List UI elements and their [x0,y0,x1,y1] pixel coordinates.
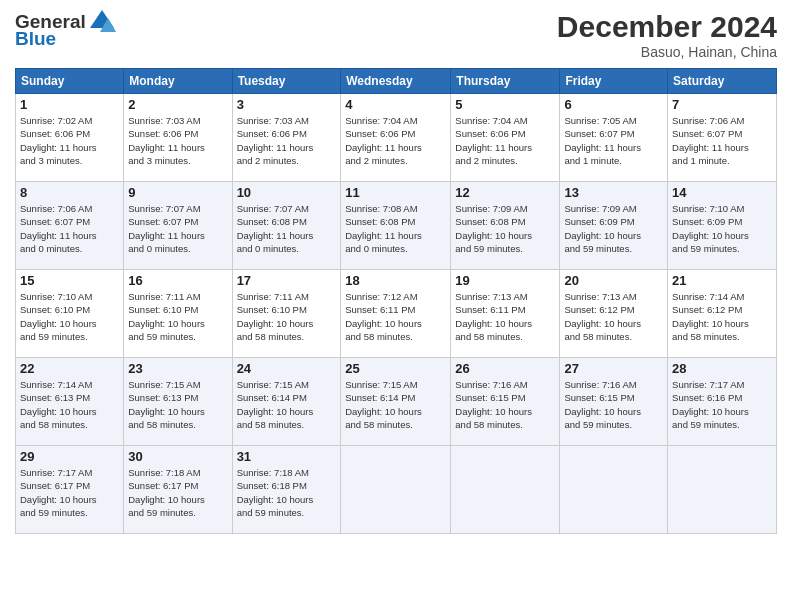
day-number: 5 [455,97,555,112]
table-row: 30Sunrise: 7:18 AMSunset: 6:17 PMDayligh… [124,446,232,534]
day-number: 15 [20,273,119,288]
table-row: 23Sunrise: 7:15 AMSunset: 6:13 PMDayligh… [124,358,232,446]
day-number: 8 [20,185,119,200]
col-sunday: Sunday [16,69,124,94]
day-info: Sunrise: 7:08 AMSunset: 6:08 PMDaylight:… [345,202,446,255]
title-block: December 2024 Basuo, Hainan, China [557,10,777,60]
calendar-table: Sunday Monday Tuesday Wednesday Thursday… [15,68,777,534]
day-info: Sunrise: 7:17 AMSunset: 6:16 PMDaylight:… [672,378,772,431]
day-info: Sunrise: 7:18 AMSunset: 6:17 PMDaylight:… [128,466,227,519]
day-number: 23 [128,361,227,376]
day-info: Sunrise: 7:03 AMSunset: 6:06 PMDaylight:… [128,114,227,167]
day-info: Sunrise: 7:05 AMSunset: 6:07 PMDaylight:… [564,114,663,167]
calendar-week-row: 22Sunrise: 7:14 AMSunset: 6:13 PMDayligh… [16,358,777,446]
table-row [668,446,777,534]
day-info: Sunrise: 7:04 AMSunset: 6:06 PMDaylight:… [455,114,555,167]
table-row: 17Sunrise: 7:11 AMSunset: 6:10 PMDayligh… [232,270,341,358]
table-row: 27Sunrise: 7:16 AMSunset: 6:15 PMDayligh… [560,358,668,446]
table-row: 24Sunrise: 7:15 AMSunset: 6:14 PMDayligh… [232,358,341,446]
day-number: 22 [20,361,119,376]
day-number: 2 [128,97,227,112]
day-info: Sunrise: 7:17 AMSunset: 6:17 PMDaylight:… [20,466,119,519]
table-row: 29Sunrise: 7:17 AMSunset: 6:17 PMDayligh… [16,446,124,534]
day-info: Sunrise: 7:15 AMSunset: 6:14 PMDaylight:… [345,378,446,431]
day-number: 6 [564,97,663,112]
logo: General Blue [15,10,116,50]
location: Basuo, Hainan, China [557,44,777,60]
day-number: 12 [455,185,555,200]
day-info: Sunrise: 7:02 AMSunset: 6:06 PMDaylight:… [20,114,119,167]
table-row: 26Sunrise: 7:16 AMSunset: 6:15 PMDayligh… [451,358,560,446]
day-info: Sunrise: 7:09 AMSunset: 6:09 PMDaylight:… [564,202,663,255]
table-row: 13Sunrise: 7:09 AMSunset: 6:09 PMDayligh… [560,182,668,270]
day-info: Sunrise: 7:18 AMSunset: 6:18 PMDaylight:… [237,466,337,519]
day-info: Sunrise: 7:15 AMSunset: 6:13 PMDaylight:… [128,378,227,431]
day-info: Sunrise: 7:13 AMSunset: 6:12 PMDaylight:… [564,290,663,343]
day-number: 27 [564,361,663,376]
day-number: 13 [564,185,663,200]
day-info: Sunrise: 7:16 AMSunset: 6:15 PMDaylight:… [564,378,663,431]
table-row: 22Sunrise: 7:14 AMSunset: 6:13 PMDayligh… [16,358,124,446]
day-info: Sunrise: 7:11 AMSunset: 6:10 PMDaylight:… [237,290,337,343]
day-info: Sunrise: 7:15 AMSunset: 6:14 PMDaylight:… [237,378,337,431]
logo-icon [88,8,116,34]
calendar-week-row: 15Sunrise: 7:10 AMSunset: 6:10 PMDayligh… [16,270,777,358]
day-number: 19 [455,273,555,288]
day-number: 21 [672,273,772,288]
table-row: 15Sunrise: 7:10 AMSunset: 6:10 PMDayligh… [16,270,124,358]
calendar-week-row: 1Sunrise: 7:02 AMSunset: 6:06 PMDaylight… [16,94,777,182]
table-row: 6Sunrise: 7:05 AMSunset: 6:07 PMDaylight… [560,94,668,182]
col-monday: Monday [124,69,232,94]
table-row [560,446,668,534]
day-info: Sunrise: 7:07 AMSunset: 6:08 PMDaylight:… [237,202,337,255]
day-number: 1 [20,97,119,112]
table-row: 10Sunrise: 7:07 AMSunset: 6:08 PMDayligh… [232,182,341,270]
calendar-week-row: 29Sunrise: 7:17 AMSunset: 6:17 PMDayligh… [16,446,777,534]
table-row: 5Sunrise: 7:04 AMSunset: 6:06 PMDaylight… [451,94,560,182]
day-number: 18 [345,273,446,288]
table-row: 3Sunrise: 7:03 AMSunset: 6:06 PMDaylight… [232,94,341,182]
col-saturday: Saturday [668,69,777,94]
day-number: 29 [20,449,119,464]
day-number: 7 [672,97,772,112]
day-number: 11 [345,185,446,200]
day-number: 9 [128,185,227,200]
day-info: Sunrise: 7:12 AMSunset: 6:11 PMDaylight:… [345,290,446,343]
col-friday: Friday [560,69,668,94]
day-number: 3 [237,97,337,112]
table-row: 1Sunrise: 7:02 AMSunset: 6:06 PMDaylight… [16,94,124,182]
day-info: Sunrise: 7:14 AMSunset: 6:12 PMDaylight:… [672,290,772,343]
table-row: 16Sunrise: 7:11 AMSunset: 6:10 PMDayligh… [124,270,232,358]
table-row: 8Sunrise: 7:06 AMSunset: 6:07 PMDaylight… [16,182,124,270]
day-number: 16 [128,273,227,288]
table-row: 11Sunrise: 7:08 AMSunset: 6:08 PMDayligh… [341,182,451,270]
day-number: 4 [345,97,446,112]
col-thursday: Thursday [451,69,560,94]
day-number: 20 [564,273,663,288]
day-info: Sunrise: 7:10 AMSunset: 6:10 PMDaylight:… [20,290,119,343]
day-number: 10 [237,185,337,200]
day-number: 26 [455,361,555,376]
calendar-week-row: 8Sunrise: 7:06 AMSunset: 6:07 PMDaylight… [16,182,777,270]
table-row: 28Sunrise: 7:17 AMSunset: 6:16 PMDayligh… [668,358,777,446]
day-number: 24 [237,361,337,376]
day-number: 30 [128,449,227,464]
day-info: Sunrise: 7:06 AMSunset: 6:07 PMDaylight:… [672,114,772,167]
calendar-header-row: Sunday Monday Tuesday Wednesday Thursday… [16,69,777,94]
table-row: 4Sunrise: 7:04 AMSunset: 6:06 PMDaylight… [341,94,451,182]
day-number: 17 [237,273,337,288]
table-row: 18Sunrise: 7:12 AMSunset: 6:11 PMDayligh… [341,270,451,358]
page-container: General Blue December 2024 Basuo, Hainan… [0,0,792,544]
day-number: 14 [672,185,772,200]
col-tuesday: Tuesday [232,69,341,94]
col-wednesday: Wednesday [341,69,451,94]
day-info: Sunrise: 7:10 AMSunset: 6:09 PMDaylight:… [672,202,772,255]
header: General Blue December 2024 Basuo, Hainan… [15,10,777,60]
day-number: 31 [237,449,337,464]
day-info: Sunrise: 7:09 AMSunset: 6:08 PMDaylight:… [455,202,555,255]
day-info: Sunrise: 7:04 AMSunset: 6:06 PMDaylight:… [345,114,446,167]
table-row: 2Sunrise: 7:03 AMSunset: 6:06 PMDaylight… [124,94,232,182]
day-number: 25 [345,361,446,376]
day-info: Sunrise: 7:14 AMSunset: 6:13 PMDaylight:… [20,378,119,431]
table-row [341,446,451,534]
